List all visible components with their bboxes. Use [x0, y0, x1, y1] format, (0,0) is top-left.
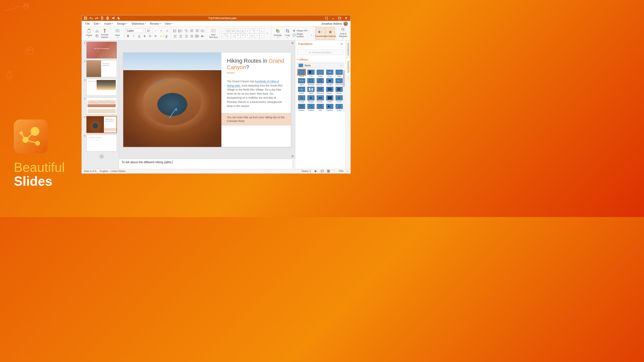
- new-slide-button[interactable]: New: [113, 27, 122, 40]
- transition-reveal[interactable]: Reveal: [307, 78, 315, 86]
- text-direction-icon[interactable]: A: [200, 34, 205, 38]
- menu-review[interactable]: Review▾: [148, 21, 163, 26]
- columns-icon[interactable]: [195, 34, 200, 38]
- transition-rando[interactable]: Rando...: [316, 78, 325, 86]
- thumb-5[interactable]: 5 Hiking Routes in Grand Canyon?: [83, 116, 118, 133]
- font-name-select[interactable]: Calibri▾: [126, 28, 145, 33]
- line-spacing-icon[interactable]: [200, 28, 205, 33]
- effect-select[interactable]: None: [297, 63, 343, 68]
- thumb-6[interactable]: 6 Click here to add a title• Click here …: [83, 135, 118, 152]
- user-account[interactable]: Jonathan Adams: [321, 21, 349, 26]
- slide-text[interactable]: Hiking Routes in Grand Canyon? The Grand…: [221, 53, 291, 147]
- align-left-icon[interactable]: [173, 34, 178, 38]
- tpane-close-icon[interactable]: ✕: [340, 42, 343, 46]
- transition-split[interactable]: Split: [297, 78, 306, 86]
- effects-heading[interactable]: Effects: [297, 58, 343, 61]
- menu-edit[interactable]: Edit▾: [92, 21, 102, 26]
- transitions-button[interactable]: Transitions: [315, 27, 325, 40]
- transition-shred[interactable]: Shred: [297, 104, 306, 111]
- transition-flip[interactable]: Flip: [316, 104, 325, 111]
- align-right-icon[interactable]: [184, 34, 189, 38]
- shape-fill-button[interactable]: Shape Fill▾: [293, 29, 312, 32]
- cursor-icon[interactable]: [116, 15, 122, 21]
- indent-icon[interactable]: [195, 28, 200, 33]
- thumb-2[interactable]: 2 How will you experience: [83, 60, 118, 77]
- transition-cut[interactable]: Cut: [307, 70, 315, 77]
- status-lang[interactable]: English - United States: [100, 170, 126, 173]
- transition-flash[interactable]: Flash: [307, 87, 315, 94]
- play-icon[interactable]: [314, 170, 317, 173]
- menu-file[interactable]: File: [83, 21, 92, 26]
- transition-blinds[interactable]: Blinds: [335, 87, 343, 94]
- multilevel-icon[interactable]: [184, 28, 189, 33]
- zoom-in-icon[interactable]: +: [347, 170, 348, 173]
- transition-ripple[interactable]: Ripple: [307, 95, 315, 103]
- bold-icon[interactable]: B: [126, 34, 131, 38]
- crop-button[interactable]: Crop: [283, 27, 292, 40]
- notes-pane[interactable]: To tell about the different hiking paths: [119, 159, 295, 169]
- outdent-icon[interactable]: [189, 28, 194, 33]
- view-normal-icon[interactable]: [321, 170, 324, 173]
- slide-current[interactable]: Hiking Routes in Grand Canyon? The Grand…: [123, 53, 291, 147]
- strike-icon[interactable]: S: [142, 34, 147, 38]
- status-notes[interactable]: Notes: 2: [302, 170, 311, 173]
- paste-button[interactable]: Paste: [84, 27, 94, 40]
- sidetab-animations[interactable]: Animations: [346, 41, 350, 58]
- thumb-3[interactable]: 3 The Grand Canyon: [83, 79, 118, 96]
- add-slide-button[interactable]: +: [86, 153, 117, 160]
- new-textbox-button[interactable]: TNew Text Box: [209, 27, 218, 40]
- close-icon[interactable]: [343, 15, 349, 21]
- transition-switch[interactable]: Switch: [307, 104, 315, 111]
- find-replace-button[interactable]: Find & Replace: [338, 27, 348, 40]
- menu-insert[interactable]: Insert▾: [102, 21, 115, 26]
- transition-vortex[interactable]: Vortex: [335, 95, 343, 103]
- shapes-more-icon[interactable]: ▾: [265, 31, 270, 36]
- scroll-down-icon[interactable]: [292, 155, 294, 157]
- arrange-button[interactable]: Arrange: [273, 27, 282, 40]
- font-size-select[interactable]: 12▾: [146, 28, 153, 33]
- transition-glitter[interactable]: Glitter: [326, 95, 334, 103]
- underline-icon[interactable]: U: [137, 34, 142, 38]
- print-icon[interactable]: [105, 15, 110, 21]
- transition-uncover[interactable]: Uncover: [335, 78, 343, 86]
- cut-icon[interactable]: [94, 29, 99, 33]
- transition-check[interactable]: Check...: [326, 87, 334, 94]
- font-decrease-icon[interactable]: −: [153, 28, 158, 33]
- font-increase-icon[interactable]: +: [159, 28, 164, 33]
- thumb-4[interactable]: 4: [83, 97, 118, 114]
- undo-icon[interactable]: [88, 15, 94, 21]
- transition-none[interactable]: None: [297, 70, 306, 77]
- thumb-1[interactable]: 1 My Trip to Wonderland: [83, 42, 118, 59]
- new-file-icon[interactable]: [99, 15, 105, 21]
- menu-design[interactable]: Design▾: [115, 21, 129, 26]
- transition-shape[interactable]: Shape: [326, 78, 334, 86]
- shape-outline-button[interactable]: Shape Outline▾: [293, 33, 312, 38]
- transition-honey[interactable]: Honey...: [316, 95, 325, 103]
- sidetab-transitions[interactable]: Transitions: [346, 58, 350, 76]
- app-menu-icon[interactable]: [83, 15, 88, 21]
- transition-push[interactable]: Push: [326, 70, 334, 77]
- canvas[interactable]: Hiking Routes in Grand Canyon? The Grand…: [119, 41, 295, 159]
- transitions-scrollbar[interactable]: [343, 70, 345, 111]
- transition-clock[interactable]: Clock: [297, 95, 306, 103]
- highlight-icon[interactable]: [159, 34, 164, 38]
- minimize-icon[interactable]: [330, 15, 336, 21]
- fullscreen-icon[interactable]: [323, 15, 330, 21]
- transition-gallery[interactable]: Gallery: [326, 104, 334, 111]
- subscript-icon[interactable]: X2: [148, 34, 153, 38]
- format-painter-button[interactable]: Format Painter: [100, 27, 109, 40]
- share-icon[interactable]: [110, 15, 116, 21]
- maximize-icon[interactable]: [336, 15, 343, 21]
- bullets-icon[interactable]: [173, 28, 178, 33]
- menu-view[interactable]: View▾: [163, 21, 175, 26]
- italic-icon[interactable]: I: [131, 34, 136, 38]
- align-center-icon[interactable]: [178, 34, 183, 38]
- scroll-up-icon[interactable]: [292, 42, 294, 44]
- clear-format-icon[interactable]: [164, 28, 169, 33]
- zoom-level[interactable]: 73%: [338, 170, 343, 173]
- view-sorter-icon[interactable]: [327, 170, 330, 173]
- superscript-icon[interactable]: X2: [153, 34, 158, 38]
- shapes-gallery[interactable]: [221, 29, 264, 38]
- transition-fade[interactable]: Fade: [316, 70, 325, 77]
- font-color-icon[interactable]: a: [164, 34, 169, 38]
